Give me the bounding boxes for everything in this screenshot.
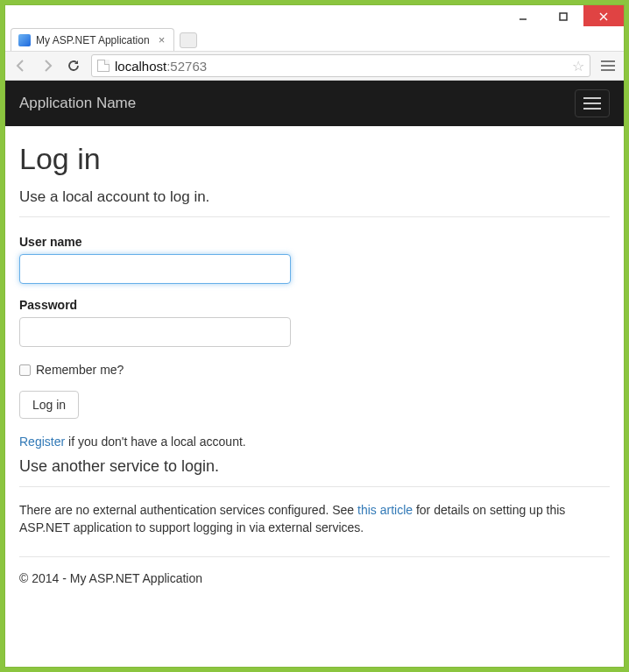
password-input[interactable]	[19, 317, 291, 347]
address-bar[interactable]: localhost:52763 ☆	[91, 54, 590, 77]
password-label: Password	[19, 298, 610, 312]
app-navbar: Application Name	[5, 81, 624, 126]
password-group: Password	[19, 298, 610, 347]
login-subheading: Use a local account to log in.	[19, 188, 610, 217]
tab-favicon	[18, 34, 31, 46]
page-footer: © 2014 - My ASP.NET Application	[19, 557, 610, 591]
footer-text: © 2014 - My ASP.NET Application	[19, 571, 202, 585]
navbar-brand[interactable]: Application Name	[19, 95, 136, 112]
url-port: :52763	[166, 59, 207, 74]
tab-close-icon[interactable]: ×	[159, 34, 166, 46]
login-button-label: Log in	[32, 398, 66, 412]
external-text: There are no external authentication ser…	[19, 501, 610, 557]
window-close-button[interactable]	[583, 5, 624, 27]
remember-me-label: Remember me?	[36, 363, 124, 377]
remember-me-checkbox[interactable]	[19, 364, 31, 376]
svg-rect-1	[560, 13, 567, 20]
page-container: Log in Use a local account to log in. Us…	[5, 126, 624, 605]
username-input[interactable]	[19, 254, 291, 284]
external-text-before: There are no external authentication ser…	[19, 503, 357, 517]
browser-tab[interactable]: My ASP.NET Application ×	[11, 28, 174, 51]
tab-title: My ASP.NET Application	[36, 34, 150, 46]
url-host: localhost	[115, 59, 166, 74]
login-button[interactable]: Log in	[19, 391, 79, 419]
window-maximize-button[interactable]	[543, 5, 583, 27]
remember-me-row[interactable]: Remember me?	[19, 363, 610, 377]
window-minimize-button[interactable]	[503, 5, 543, 27]
new-tab-button[interactable]	[180, 32, 197, 48]
browser-menu-button[interactable]	[599, 57, 617, 74]
back-button[interactable]	[12, 57, 30, 74]
external-heading: Use another service to login.	[19, 457, 610, 487]
external-article-link[interactable]: this article	[357, 503, 413, 517]
register-line: Register if you don't have a local accou…	[19, 435, 610, 449]
username-group: User name	[19, 235, 610, 284]
register-rest: if you don't have a local account.	[65, 435, 246, 449]
window-titlebar	[5, 5, 624, 28]
url-text: localhost:52763	[115, 59, 207, 74]
page-heading: Log in	[19, 142, 610, 176]
reload-button[interactable]	[65, 57, 82, 74]
bookmark-star-icon[interactable]: ☆	[572, 58, 584, 74]
page-icon	[97, 60, 110, 72]
navbar-toggle-button[interactable]	[575, 89, 610, 117]
register-link[interactable]: Register	[19, 435, 65, 449]
page-viewport: Application Name Log in Use a local acco…	[5, 81, 624, 667]
browser-tab-strip: My ASP.NET Application ×	[5, 26, 624, 51]
browser-window: My ASP.NET Application × localhost:52763…	[5, 5, 624, 667]
username-label: User name	[19, 235, 610, 249]
forward-button[interactable]	[39, 57, 56, 74]
browser-toolbar: localhost:52763 ☆	[5, 51, 624, 81]
